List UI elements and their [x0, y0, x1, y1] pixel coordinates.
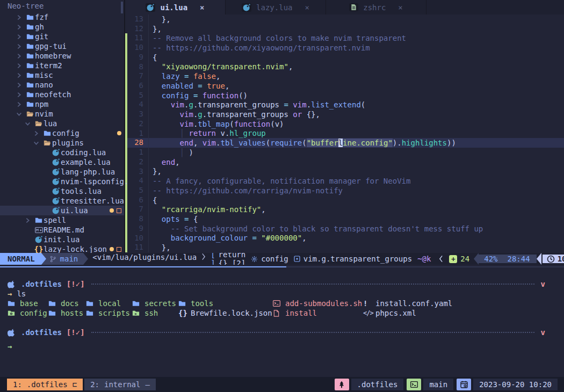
code-line[interactable]: 3}, [125, 167, 564, 177]
sidebar-item-plugins[interactable]: plugins [0, 138, 124, 148]
tab-close-icon[interactable]: × [398, 3, 402, 12]
apple-icon [8, 329, 16, 337]
sidebar-item-iterm2[interactable]: iterm2 [0, 61, 124, 70]
folder-icon [25, 13, 35, 21]
file-icon [34, 236, 44, 243]
sidebar-item-label: lua [44, 119, 57, 128]
sidebar-item-config[interactable]: config [0, 128, 124, 138]
register-indicator: ~@k [417, 255, 431, 263]
code-line[interactable]: 6{ [125, 195, 564, 205]
tab-ui-lua[interactable]: ui.lua× [125, 0, 226, 14]
tab-file-icon [147, 4, 154, 11]
sidebar-item-label: tools.lua [61, 187, 102, 195]
code-line[interactable]: 1 │ ) [125, 148, 564, 157]
code-line[interactable]: 7 "rcarriga/nvim-notify", [125, 205, 564, 214]
code-line[interactable]: 10-- https://github.com/xiyaowong/transp… [125, 43, 564, 53]
code-line[interactable]: 6 enabled = true, [125, 81, 564, 91]
sidebar-item-lua[interactable]: lua [0, 119, 124, 128]
sidebar-item-nvim[interactable]: nvim [0, 109, 124, 119]
editor-pane: ui.lua×lazy.lua×zshrc× 13 },12},11-- Rem… [125, 0, 564, 253]
code-line[interactable]: 1 │ return v.hl_group [125, 129, 564, 139]
sidebar-item-lang-php-lua[interactable]: lang-php.lua [0, 167, 124, 177]
sidebar-item-git[interactable]: git [0, 32, 124, 41]
sidebar-item-label: lang-php.lua [61, 168, 115, 176]
sidebar-item-treesitter-lua[interactable]: treesitter.lua [0, 196, 124, 206]
code-line[interactable]: 8 opts = { [125, 214, 564, 224]
tab-zshrc[interactable]: zshrc× [326, 0, 426, 14]
ls-entry-label: install [285, 309, 317, 317]
sidebar-item-spell[interactable]: spell [0, 215, 124, 225]
modified-dot-icon [110, 247, 114, 251]
code-line[interactable]: 5 config = function() [125, 91, 564, 100]
tmux-window--dotfiles[interactable]: 1:.dotfiles⊏ [7, 379, 83, 390]
ls-entry-label: config [20, 309, 47, 317]
shell-pane[interactable]: .dotfiles[!✓]v→lsbasedocslocalsecretstoo… [0, 267, 564, 377]
code-line[interactable]: 13 }, [125, 14, 564, 24]
tmux-window-internal[interactable]: 2:internal— [84, 379, 156, 390]
code-line[interactable]: 2 vim.tbl_map(function(v) [125, 119, 564, 129]
sidebar-item-ui-lua[interactable]: ui.lua [0, 206, 124, 215]
folder-link-icon [132, 309, 141, 317]
code-line[interactable]: 3 vim.g.transparent_groups or {}, [125, 110, 564, 119]
folder-icon [42, 129, 52, 137]
code-line-text: opts = { [149, 215, 198, 223]
code-line[interactable]: 12}, [125, 24, 564, 34]
code-line[interactable]: 4-- A fancy, configurable, notification … [125, 176, 564, 186]
tab-close-icon[interactable]: × [305, 3, 309, 12]
sidebar-item-neofetch[interactable]: neofetch [0, 90, 124, 99]
sidebar-item-nvim-lspconfig-[interactable]: nvim-lspconfig. [0, 177, 124, 186]
sidebar-item-misc[interactable]: misc [0, 70, 124, 80]
current-code-line[interactable]: 28 end, vim.tbl_values(require("bufferli… [125, 138, 564, 148]
file-icon [34, 226, 44, 234]
window-flag-icon: — [145, 380, 149, 389]
tab-close-icon[interactable]: × [200, 3, 204, 12]
code-line[interactable]: 10 background_colour = "#000000", [125, 234, 564, 243]
ls-entry: config [8, 308, 48, 318]
sidebar-item-label: ui.lua [61, 206, 88, 215]
shell-prompt-input[interactable]: → [8, 342, 545, 351]
sidebar-item-tools-lua[interactable]: tools.lua [0, 186, 124, 196]
sidebar-item-gh[interactable]: gh [0, 22, 124, 32]
window-name: internal [104, 380, 140, 389]
sidebar-item-coding-lua[interactable]: coding.lua [0, 148, 124, 157]
sidebar-item-label: nano [35, 81, 53, 89]
code-line[interactable]: 11 }, [125, 243, 564, 252]
tree-chevron-icon [33, 140, 42, 146]
line-number: 1 [127, 129, 149, 139]
code-line[interactable]: 9{ [125, 53, 564, 62]
sidebar-item-fzf[interactable]: fzf [0, 12, 124, 22]
breadcrumb-item: [ ]return {} [2] [211, 253, 245, 265]
sidebar-item-npm[interactable]: npm [0, 99, 124, 109]
ls-output-row-1: basedocslocalsecretstoolsadd-submodules.… [8, 299, 545, 308]
sidebar-item-label: misc [35, 71, 53, 79]
vi-mode-flag: v [541, 328, 545, 337]
tree-chevron-icon [16, 101, 25, 107]
code-line[interactable]: 9 -- Set background color to black so tr… [125, 224, 564, 234]
calendar-icon [457, 379, 471, 390]
ls-output-row-2: confighostsscriptsssh{}Brewfile.lock.jso… [8, 308, 545, 318]
shell-icon [273, 300, 281, 307]
file-path: <vim/lua/plugins/ui.lua [92, 253, 197, 265]
code-area[interactable]: 13 },12},11-- Remove all background colo… [125, 14, 564, 253]
sidebar-item-label: example.lua [61, 158, 111, 166]
tree-chevron-icon [16, 82, 25, 88]
neotree-scrollbar[interactable] [121, 2, 123, 13]
line-number: 6 [127, 195, 149, 205]
code-line[interactable]: 5-- https://github.com/rcarriga/nvim-not… [125, 186, 564, 195]
sidebar-item-nano[interactable]: nano [0, 80, 124, 90]
code-line[interactable]: 2 end, [125, 157, 564, 167]
sidebar-item-gpg-tui[interactable]: gpg-tui [0, 41, 124, 51]
sidebar-item-example-lua[interactable]: example.lua [0, 157, 124, 167]
code-line[interactable]: 4 vim.g.transparent_groups = vim.list_ex… [125, 100, 564, 110]
code-line[interactable]: 7 lazy = false, [125, 71, 564, 81]
powerline-arrow [83, 253, 88, 265]
code-line[interactable]: 11-- Remove all background colors to mak… [125, 33, 564, 43]
line-number: 8 [127, 62, 149, 72]
sidebar-item-readme-md[interactable]: README.md [0, 225, 124, 235]
ls-entry: secrets [132, 299, 178, 308]
tab-lazy-lua[interactable]: lazy.lua× [226, 0, 326, 14]
shell-command-line[interactable]: →ls [8, 289, 545, 299]
sidebar-item-init-lua[interactable]: init.lua [0, 235, 124, 244]
code-line[interactable]: 8 "xiyaowong/transparent.nvim", [125, 62, 564, 72]
sidebar-item-homebrew[interactable]: homebrew [0, 51, 124, 61]
